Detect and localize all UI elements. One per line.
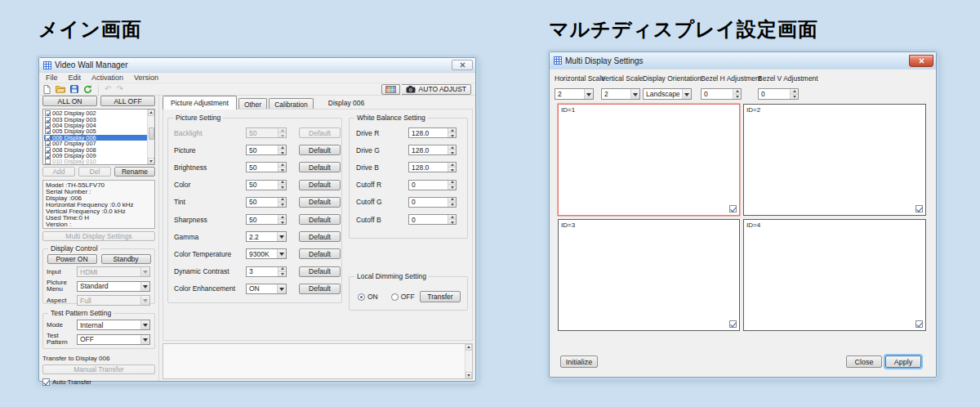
tab-calibration[interactable]: Calibration: [269, 98, 314, 110]
color-spinner[interactable]: 50: [246, 180, 287, 190]
display-checkbox[interactable]: [45, 117, 51, 123]
mds-titlebar[interactable]: Multi Display Settings: [550, 52, 936, 69]
local-dimming-on-radio[interactable]: [358, 293, 365, 301]
color-enhancement-default-button[interactable]: Default: [299, 284, 341, 294]
cutoff-r-spinner[interactable]: 0: [408, 180, 457, 190]
rename-button[interactable]: Rename: [114, 167, 155, 177]
dynamic-contrast-spinner[interactable]: 3: [246, 266, 287, 277]
mds-close-button[interactable]: [909, 55, 933, 67]
spinner-arrows[interactable]: [278, 128, 286, 137]
scroll-down-icon[interactable]: [466, 372, 472, 378]
gamma-default-button[interactable]: Default: [299, 231, 341, 242]
mode-select[interactable]: Internal: [77, 320, 150, 330]
menu-file[interactable]: File: [46, 74, 58, 82]
display-checkbox[interactable]: [45, 123, 51, 128]
panel-checkbox[interactable]: [729, 320, 737, 328]
tint-default-button[interactable]: Default: [299, 197, 341, 208]
drive-g-spinner[interactable]: 128.0: [408, 145, 457, 155]
sharpness-spinner[interactable]: 50: [246, 214, 287, 225]
vwm-titlebar[interactable]: Video Wall Manager: [39, 58, 475, 73]
spinner-arrows[interactable]: [790, 89, 798, 99]
display-checkbox[interactable]: [45, 135, 51, 141]
horizontal-scale-select[interactable]: 2: [555, 88, 594, 100]
spinner-arrows[interactable]: [278, 181, 286, 190]
add-button[interactable]: Add: [42, 167, 75, 177]
spinner-arrows[interactable]: [448, 128, 456, 137]
color-temperature-default-button[interactable]: Default: [299, 248, 341, 259]
local-dimming-off-radio[interactable]: [391, 293, 399, 301]
undo-icon[interactable]: ↶: [105, 85, 111, 93]
manual-transfer-button[interactable]: Manual Transfer: [42, 365, 155, 374]
refresh-icon[interactable]: [83, 85, 92, 94]
drive-b-spinner[interactable]: 128.0: [408, 162, 457, 172]
all-off-button[interactable]: ALL OFF: [100, 96, 155, 106]
display-panel-4[interactable]: ID=4: [743, 219, 926, 331]
sharpness-default-button[interactable]: Default: [299, 214, 341, 225]
cutoff-b-spinner[interactable]: 0: [408, 214, 457, 225]
display-checkbox[interactable]: [45, 110, 51, 116]
auto-adjust-button[interactable]: AUTO ADJUST: [402, 84, 471, 95]
redo-icon[interactable]: ↷: [116, 85, 122, 93]
color-default-button[interactable]: Default: [299, 180, 341, 190]
initialize-button[interactable]: Initialize: [560, 356, 598, 368]
gamma-select[interactable]: 2.2: [246, 231, 287, 242]
menu-version[interactable]: Version: [134, 74, 158, 82]
test-pattern-select[interactable]: OFF: [77, 334, 150, 345]
spinner-arrows[interactable]: [278, 198, 286, 207]
log-area[interactable]: [163, 343, 473, 379]
layout-grid-button[interactable]: [381, 84, 400, 95]
color-enhancement-select[interactable]: ON: [246, 284, 287, 294]
dynamic-contrast-default-button[interactable]: Default: [299, 266, 341, 277]
all-on-button[interactable]: ALL ON: [42, 96, 97, 106]
tab-picture-adjustment[interactable]: Picture Adjustment: [163, 96, 237, 110]
log-scrollbar[interactable]: [465, 344, 472, 378]
spinner-arrows[interactable]: [733, 89, 741, 99]
menu-activation[interactable]: Activation: [91, 74, 123, 82]
spinner-arrows[interactable]: [448, 215, 456, 224]
display-checkbox[interactable]: [45, 147, 51, 153]
vwm-close-button[interactable]: [452, 60, 473, 70]
spinner-arrows[interactable]: [448, 198, 456, 207]
brightness-default-button[interactable]: Default: [299, 162, 341, 172]
backlight-spinner[interactable]: 50: [246, 127, 287, 138]
display-panel-1[interactable]: ID=1: [558, 104, 740, 216]
display-panel-2[interactable]: ID=2: [743, 104, 926, 216]
multi-display-settings-button[interactable]: Multi Display Settings: [42, 231, 155, 241]
spinner-arrows[interactable]: [448, 163, 456, 172]
open-file-icon[interactable]: [56, 85, 65, 93]
bezel-h-spinner[interactable]: 0: [701, 88, 742, 100]
spinner-arrows[interactable]: [278, 145, 286, 154]
spinner-arrows[interactable]: [448, 181, 456, 190]
auto-transfer-checkbox[interactable]: [42, 378, 50, 386]
panel-checkbox[interactable]: [915, 320, 923, 328]
display-checkbox[interactable]: [45, 153, 51, 159]
display-orientation-select[interactable]: Landscape: [643, 88, 692, 100]
panel-checkbox[interactable]: [915, 205, 923, 212]
list-scrollbar[interactable]: [147, 110, 154, 164]
scroll-up-icon[interactable]: [148, 110, 154, 116]
spinner-arrows[interactable]: [278, 215, 286, 224]
spinner-arrows[interactable]: [448, 145, 456, 154]
del-button[interactable]: Del: [78, 167, 111, 177]
picture-default-button[interactable]: Default: [299, 145, 341, 155]
menu-edit[interactable]: Edit: [69, 74, 82, 82]
display-checkbox[interactable]: [45, 159, 51, 164]
panel-checkbox[interactable]: [729, 205, 737, 212]
vertical-scale-select[interactable]: 2: [601, 88, 640, 100]
new-file-icon[interactable]: [43, 85, 51, 94]
drive-r-spinner[interactable]: 128.0: [408, 127, 457, 138]
apply-button[interactable]: Apply: [885, 356, 921, 368]
cutoff-g-spinner[interactable]: 0: [408, 197, 457, 208]
display-list-item[interactable]: 010 Display 010: [44, 159, 147, 164]
power-on-button[interactable]: Power ON: [47, 254, 97, 264]
spinner-arrows[interactable]: [278, 267, 286, 276]
scroll-down-icon[interactable]: [148, 158, 154, 164]
close-button[interactable]: Close: [846, 356, 882, 368]
scroll-up-icon[interactable]: [466, 344, 472, 351]
spinner-arrows[interactable]: [278, 163, 286, 172]
save-icon[interactable]: [70, 85, 78, 93]
aspect-select[interactable]: Full: [77, 295, 150, 306]
display-checkbox[interactable]: [45, 128, 51, 134]
scrollbar-thumb[interactable]: [149, 127, 154, 140]
brightness-spinner[interactable]: 50: [246, 162, 287, 172]
